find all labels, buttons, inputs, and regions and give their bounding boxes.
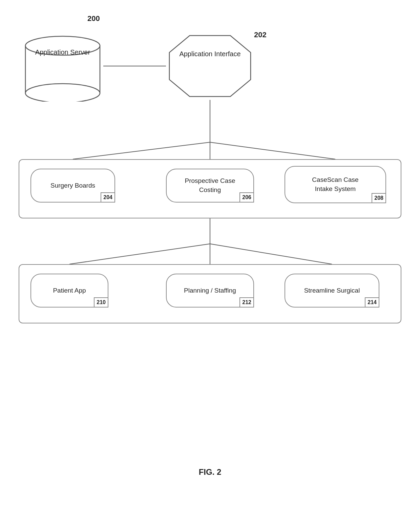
label-208: 208 [372,193,386,203]
surgery-boards-label: Surgery Boards [50,181,95,190]
module-streamline-surgical: Streamline Surgical 214 [285,274,379,307]
label-204: 204 [101,192,115,203]
prospective-case-costing-label: Prospective CaseCosting [185,176,235,194]
application-interface-octagon [166,32,254,100]
label-212: 212 [239,297,254,307]
svg-line-4 [210,142,335,159]
planning-staffing-label: Planning / Staffing [184,286,236,295]
patient-app-label: Patient App [53,286,86,295]
application-server-cylinder [22,27,103,102]
svg-line-2 [73,142,210,159]
diagram-container: 200 202 Application Server Application I… [0,0,420,509]
label-200: 200 [87,14,100,23]
svg-line-8 [210,244,332,264]
label-214: 214 [365,297,379,307]
svg-point-10 [25,84,100,102]
label-210: 210 [94,297,108,307]
module-casescan: CaseScan CaseIntake System 208 [285,166,386,203]
casescan-label: CaseScan CaseIntake System [312,175,358,193]
module-surgery-boards: Surgery Boards 204 [30,169,115,203]
module-planning-staffing: Planning / Staffing 212 [166,274,254,307]
application-server-label: Application Server [22,47,103,57]
svg-marker-12 [169,36,251,97]
label-206: 206 [239,192,254,203]
module-prospective-case-costing: Prospective CaseCosting 206 [166,169,254,203]
svg-line-6 [69,244,210,264]
label-202: 202 [254,30,267,39]
application-interface-label: Application Interface [166,49,254,59]
figure-label: FIG. 2 [199,467,222,477]
streamline-surgical-label: Streamline Surgical [304,286,360,295]
module-patient-app: Patient App 210 [30,274,108,307]
